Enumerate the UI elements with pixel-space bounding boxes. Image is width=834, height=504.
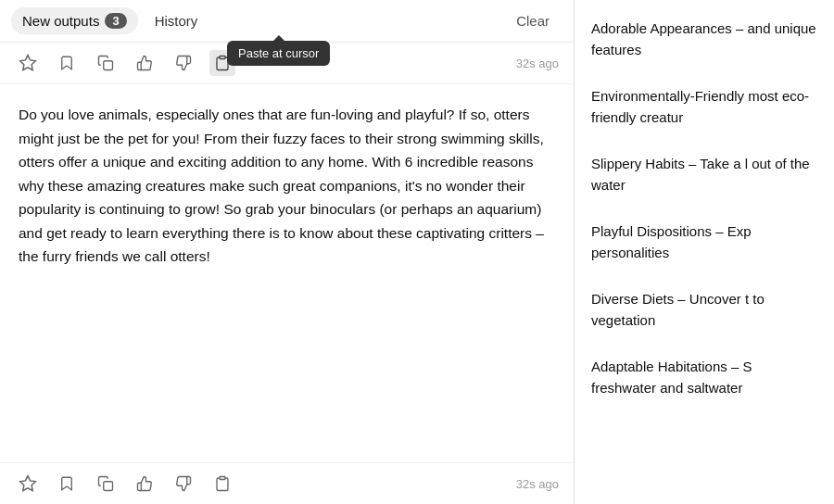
svg-rect-2 [220, 57, 225, 59]
copy-icon[interactable] [93, 50, 119, 76]
new-outputs-badge: 3 [105, 13, 126, 29]
right-item-title: Playful Dispositions – Exp personalities [591, 221, 817, 263]
list-item[interactable]: Adorable Appearances – and unique featur… [591, 19, 817, 60]
bottom-clipboard-icon[interactable] [209, 471, 235, 497]
svg-rect-4 [104, 482, 113, 491]
right-panel: Adorable Appearances – and unique featur… [575, 0, 834, 504]
clear-button[interactable]: Clear [503, 7, 562, 34]
bottom-star-icon[interactable] [15, 471, 41, 497]
history-tab[interactable]: History [142, 7, 211, 34]
svg-marker-3 [20, 476, 36, 491]
svg-marker-0 [20, 56, 36, 70]
right-item-title: Adaptable Habitations – S freshwater and… [591, 357, 817, 398]
bookmark-icon[interactable] [54, 50, 80, 76]
left-panel: New outputs 3 History Clear Paste at cur… [0, 0, 575, 504]
bottom-copy-icon[interactable] [93, 471, 119, 497]
bottom-toolbar: 32s ago [0, 462, 574, 504]
top-timestamp: 32s ago [516, 57, 559, 70]
bottom-bookmark-icon[interactable] [54, 471, 80, 497]
thumbup-icon[interactable] [132, 50, 158, 76]
bottom-thumbup-icon[interactable] [132, 471, 158, 497]
thumbdown-icon[interactable] [171, 50, 196, 76]
star-icon[interactable] [15, 50, 41, 76]
paste-at-cursor-tooltip: Paste at cursor [227, 41, 330, 66]
list-item[interactable]: Environmentally-Friendly most eco-friend… [591, 86, 817, 128]
new-outputs-tab[interactable]: New outputs 3 [11, 7, 138, 34]
bottom-thumbdown-icon[interactable] [171, 471, 196, 497]
list-item[interactable]: Adaptable Habitations – S freshwater and… [591, 357, 817, 398]
new-outputs-label: New outputs [22, 13, 99, 29]
content-text: Do you love animals, especially ones tha… [19, 103, 555, 269]
list-item[interactable]: Playful Dispositions – Exp personalities [591, 221, 817, 263]
nav-bar: New outputs 3 History Clear Paste at cur… [0, 0, 574, 43]
content-area: Do you love animals, especially ones tha… [0, 84, 574, 462]
svg-rect-5 [220, 477, 225, 480]
right-item-title: Diverse Diets – Uncover t to vegetation [591, 289, 817, 331]
list-item[interactable]: Slippery Habits – Take a l out of the wa… [591, 154, 817, 195]
list-item[interactable]: Diverse Diets – Uncover t to vegetation [591, 289, 817, 331]
right-item-title: Environmentally-Friendly most eco-friend… [591, 86, 817, 128]
svg-rect-1 [104, 61, 113, 70]
right-item-title: Adorable Appearances – and unique featur… [591, 19, 817, 60]
right-item-title: Slippery Habits – Take a l out of the wa… [591, 154, 817, 195]
bottom-timestamp: 32s ago [516, 477, 559, 491]
